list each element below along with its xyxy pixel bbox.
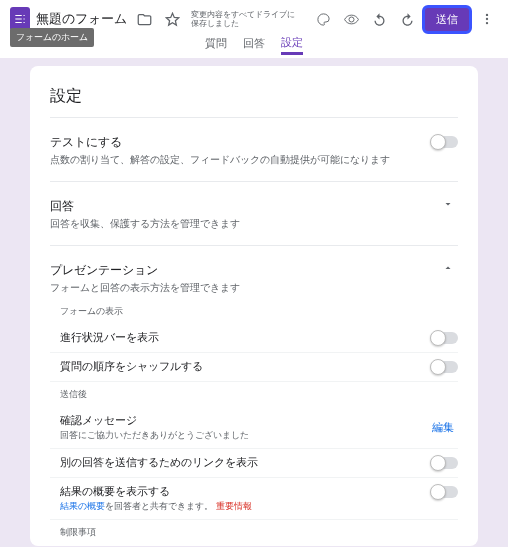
toggle-submit-another[interactable] <box>432 457 458 469</box>
section-test-sub: 点数の割り当て、解答の設定、フィードバックの自動提供が可能になります <box>50 153 432 167</box>
row-confirm-title: 確認メッセージ <box>60 413 424 429</box>
preview-icon[interactable] <box>340 8 362 30</box>
section-responses-sub: 回答を収集、保護する方法を管理できます <box>50 217 438 231</box>
row-shuffle-title: 質問の順序をシャッフルする <box>60 359 424 375</box>
toggle-make-quiz[interactable] <box>432 136 458 148</box>
group-after-submit: 送信後 <box>50 382 458 407</box>
row-summary-title: 結果の概要を表示する <box>60 484 424 500</box>
settings-card: 設定 テストにする 点数の割り当て、解答の設定、フィードバックの自動提供が可能に… <box>30 66 478 546</box>
group-restrictions: 制限事項 <box>50 520 458 545</box>
summary-warn[interactable]: 重要情報 <box>216 501 252 511</box>
tab-settings[interactable]: 設定 <box>281 35 303 55</box>
tab-questions[interactable]: 質問 <box>205 36 227 55</box>
toggle-summary[interactable] <box>432 486 458 498</box>
svg-point-2 <box>486 22 488 24</box>
customize-theme-icon[interactable] <box>312 8 334 30</box>
row-summary-sub: 結果の概要を回答者と共有できます。 重要情報 <box>60 500 424 513</box>
row-another-title: 別の回答を送信するためのリンクを表示 <box>60 455 424 471</box>
save-status: 変更内容をすべてドライブに 保存しました <box>189 10 306 29</box>
row-progress-title: 進行状況バーを表示 <box>60 330 424 346</box>
tab-responses[interactable]: 回答 <box>243 36 265 55</box>
more-icon[interactable] <box>476 8 498 30</box>
summary-link[interactable]: 結果の概要 <box>60 501 105 511</box>
svg-point-0 <box>486 14 488 16</box>
chevron-down-icon[interactable] <box>438 198 458 210</box>
page-title: 設定 <box>50 82 458 117</box>
section-presentation-title: プレゼンテーション <box>50 262 438 281</box>
folder-icon[interactable] <box>133 8 155 30</box>
form-title[interactable]: 無題のフォーム <box>36 10 127 28</box>
group-form-display: フォームの表示 <box>50 299 458 324</box>
undo-icon[interactable] <box>368 8 390 30</box>
toggle-progress-bar[interactable] <box>432 332 458 344</box>
send-button[interactable]: 送信 <box>424 7 470 32</box>
section-responses-title: 回答 <box>50 198 438 217</box>
row-confirm-sub: 回答にご協力いただきありがとうございました <box>60 429 424 442</box>
star-icon[interactable] <box>161 8 183 30</box>
section-test-title: テストにする <box>50 134 432 153</box>
tooltip-forms-home: フォームのホーム <box>10 28 94 47</box>
edit-confirm-link[interactable]: 編集 <box>432 420 458 435</box>
chevron-up-icon[interactable] <box>438 262 458 274</box>
redo-icon[interactable] <box>396 8 418 30</box>
toggle-shuffle[interactable] <box>432 361 458 373</box>
section-presentation-sub: フォームと回答の表示方法を管理できます <box>50 281 438 295</box>
svg-point-1 <box>486 18 488 20</box>
